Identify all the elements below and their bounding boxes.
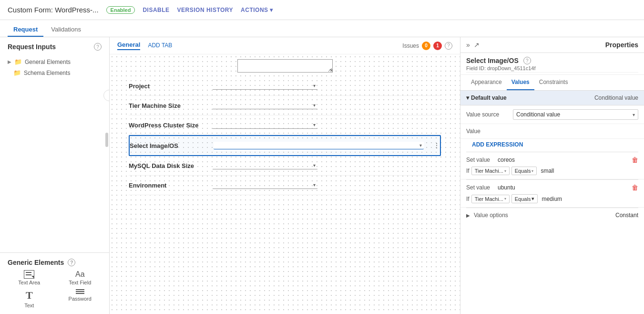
field-input-environment[interactable]: ▾ bbox=[213, 181, 317, 189]
conditional-value-label: Conditional value bbox=[594, 94, 638, 101]
tab-request[interactable]: Request bbox=[8, 23, 43, 37]
generic-item-textarea[interactable]: Text Area bbox=[8, 270, 51, 285]
collapse-icon[interactable]: ▾ bbox=[466, 94, 469, 101]
tab-constraints[interactable]: Constraints bbox=[534, 75, 573, 90]
dropdown-arrow-project: ▾ bbox=[313, 83, 316, 88]
sidebar-label-general: General Elements bbox=[25, 59, 71, 65]
field-id: Field ID: dropDown_4511c14f bbox=[466, 64, 638, 73]
field-label-environment: Environment bbox=[129, 182, 205, 189]
set-value-text-2: ubuntu bbox=[498, 184, 515, 191]
right-panel-header: » ↗ Properties bbox=[460, 37, 644, 53]
chip-arrow-2: ▾ bbox=[504, 197, 506, 201]
generic-elements-section: Generic Elements ? Text Area Aa bbox=[0, 252, 109, 314]
value-source-value: Conditional value bbox=[516, 111, 560, 118]
value-source-label: Value source bbox=[466, 111, 509, 118]
set-value-row-2: Set value ubuntu 🗑 bbox=[466, 184, 638, 191]
top-bar: Custom Form: WordPress-... Enabled DISAB… bbox=[0, 0, 644, 20]
textarea-icon bbox=[24, 270, 34, 279]
field-input-select-image[interactable]: ▾ bbox=[214, 142, 424, 149]
default-value-label: ▾ Default value bbox=[466, 94, 507, 101]
field-input-tier-machine[interactable]: ▾ bbox=[213, 102, 317, 109]
field-input-wp-cluster[interactable]: ▾ bbox=[213, 121, 317, 129]
field-input-project[interactable]: ▾ bbox=[213, 82, 317, 90]
right-tabs: Appearance Values Constraints bbox=[460, 75, 644, 91]
panel-tabs: General ADD TAB bbox=[117, 41, 172, 50]
generic-item-textfield[interactable]: Aa Text Field bbox=[59, 270, 102, 285]
condition-value-1: small bbox=[541, 167, 554, 174]
add-expression-button[interactable]: ADD EXPRESSION bbox=[466, 139, 529, 150]
value-options-label: Value options bbox=[474, 212, 508, 219]
expand-left-icon[interactable]: » bbox=[466, 41, 470, 49]
delete-set-value-1[interactable]: 🗑 bbox=[632, 156, 638, 164]
generic-item-password[interactable]: Password bbox=[59, 289, 102, 308]
main-layout: Request Inputs ? ▶ 📁 General Elements 📁 … bbox=[0, 37, 644, 314]
issues-label: Issues bbox=[402, 42, 419, 49]
password-label: Password bbox=[69, 296, 92, 302]
textfield-icon: Aa bbox=[75, 270, 85, 279]
external-link-icon[interactable]: ↗ bbox=[474, 41, 480, 49]
if-row-2: If Tier Machi... ▾ Equals ▾ medium bbox=[466, 194, 638, 203]
text-icon: T bbox=[26, 289, 33, 302]
value-source-arrow: ▾ bbox=[633, 112, 635, 117]
form-area: Project ▾ Tier Machine Size ▾ WordPress … bbox=[110, 54, 460, 314]
section-label-text: Default value bbox=[471, 94, 507, 101]
condition-field-chip-2[interactable]: Tier Machi... ▾ bbox=[471, 195, 510, 203]
condition-field-chip-1[interactable]: Tier Machi... ▾ bbox=[471, 167, 510, 175]
issues-help-icon[interactable]: ? bbox=[445, 42, 452, 50]
field-label-wp-cluster: WordPress Cluster Size bbox=[129, 122, 205, 129]
delete-set-value-2[interactable]: 🗑 bbox=[632, 184, 638, 191]
tab-appearance[interactable]: Appearance bbox=[466, 75, 507, 90]
sidebar-item-schema-elements[interactable]: 📁 Schema Elements bbox=[8, 67, 102, 78]
value-options-expand[interactable]: ▶ bbox=[466, 213, 470, 218]
issues-bar: Issues 0 1 ? bbox=[402, 42, 452, 50]
right-panel-content: ▾ Default value Conditional value Value … bbox=[460, 91, 644, 314]
disable-action[interactable]: DISABLE bbox=[143, 7, 169, 13]
sidebar-scrollbar[interactable] bbox=[105, 133, 108, 147]
field-label-tier-machine: Tier Machine Size bbox=[129, 102, 205, 109]
version-history-action[interactable]: VERSION HISTORY bbox=[177, 7, 234, 13]
set-value-section-1: Set value coreos 🗑 If Tier Machi... ▾ Eq… bbox=[460, 152, 644, 179]
value-source-dropdown[interactable]: Conditional value ▾ bbox=[513, 109, 638, 120]
field-menu-icon-image[interactable]: ⋮ bbox=[433, 142, 440, 149]
folder-icon-schema: 📁 bbox=[13, 69, 21, 76]
field-label-select-image: Select Image/OS bbox=[130, 142, 206, 149]
value-options-value: Constant bbox=[615, 212, 638, 219]
sidebar-help-icon[interactable]: ? bbox=[94, 43, 102, 51]
dropdown-arrow-mysql: ▾ bbox=[313, 163, 316, 168]
textarea-label: Text Area bbox=[18, 280, 40, 285]
tab-validations[interactable]: Validations bbox=[45, 23, 87, 37]
field-label-mysql: MySQL Data Disk Size bbox=[129, 162, 205, 169]
sidebar-header: Request Inputs ? bbox=[0, 37, 109, 54]
tab-values[interactable]: Values bbox=[507, 75, 534, 90]
field-row-select-image[interactable]: Select Image/OS ▾ ⋮ bbox=[129, 135, 441, 156]
field-input-mysql[interactable]: ▾ bbox=[213, 162, 317, 169]
issue-badge-orange: 0 bbox=[422, 42, 430, 50]
field-row-wp-cluster: WordPress Cluster Size ▾ bbox=[129, 115, 441, 135]
collapse-sidebar-button[interactable]: 《 bbox=[103, 90, 110, 101]
condition-op-1: Equals bbox=[515, 168, 531, 174]
top-textarea-input[interactable] bbox=[237, 59, 333, 73]
value-label-row: Value bbox=[460, 124, 644, 139]
default-value-section: ▾ Default value Conditional value bbox=[460, 91, 644, 105]
panel-tab-general[interactable]: General bbox=[117, 41, 140, 50]
sidebar-item-general-elements[interactable]: ▶ 📁 General Elements bbox=[8, 56, 102, 67]
panel-tab-add[interactable]: ADD TAB bbox=[148, 42, 172, 50]
generic-help-icon[interactable]: ? bbox=[68, 259, 75, 266]
condition-op-chip-2[interactable]: Equals ▾ bbox=[511, 194, 538, 203]
properties-title: Properties bbox=[605, 41, 638, 49]
actions-menu[interactable]: ACTIONS ▾ bbox=[241, 7, 273, 13]
generic-grid: Text Area Aa Text Field T Text Password bbox=[8, 270, 102, 308]
panel-collapse-icons[interactable]: » ↗ bbox=[466, 41, 480, 49]
page-title: Custom Form: WordPress-... bbox=[8, 6, 99, 14]
generic-item-text[interactable]: T Text bbox=[8, 289, 51, 308]
textfield-label: Text Field bbox=[69, 280, 91, 285]
set-value-text-1: coreos bbox=[498, 157, 515, 163]
field-row-project: Project ▾ bbox=[129, 76, 441, 96]
generic-title: Generic Elements ? bbox=[8, 259, 102, 266]
condition-op-chip-1[interactable]: Equals ▾ bbox=[511, 167, 537, 175]
field-help-icon[interactable]: ? bbox=[523, 57, 531, 64]
chip-arrow-1: ▾ bbox=[504, 169, 506, 173]
add-expression-row: ADD EXPRESSION bbox=[460, 139, 644, 152]
field-row-tier-machine: Tier Machine Size ▾ bbox=[129, 96, 441, 115]
generic-elements-title: Generic Elements bbox=[8, 259, 64, 266]
